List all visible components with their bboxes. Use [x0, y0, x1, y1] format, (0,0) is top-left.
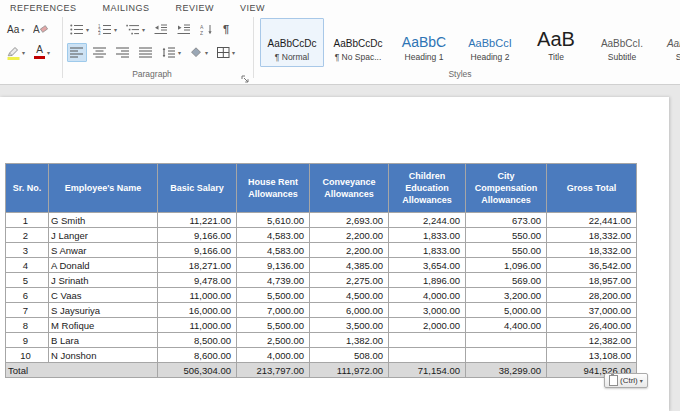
table-row[interactable]: 6C Vaas11,000.005,500.004,500.004,000.00…	[6, 288, 637, 303]
table-cell[interactable]: 18,957.00	[547, 273, 637, 288]
table-cell[interactable]: 5,500.00	[237, 288, 310, 303]
bullets-button[interactable]	[67, 20, 92, 39]
table-cell[interactable]: 8	[6, 318, 49, 333]
table-cell[interactable]: 1,382.00	[310, 333, 389, 348]
align-left-button[interactable]	[67, 43, 87, 62]
table-cell[interactable]: 4,000.00	[389, 288, 466, 303]
table-cell[interactable]: 11,000.00	[158, 288, 237, 303]
table-cell[interactable]: 5,500.00	[237, 318, 310, 333]
table-cell[interactable]: 6,000.00	[310, 303, 389, 318]
paste-options-button[interactable]: (Ctrl) ▾	[604, 373, 648, 388]
table-cell[interactable]: 569.00	[466, 273, 547, 288]
font-color-button[interactable]: A	[31, 43, 53, 62]
table-cell[interactable]: 22,441.00	[547, 213, 637, 228]
table-cell[interactable]	[466, 348, 547, 363]
table-cell[interactable]	[466, 333, 547, 348]
tab-mailings[interactable]: MAILINGS	[103, 3, 150, 13]
table-cell[interactable]: 2,244.00	[389, 213, 466, 228]
table-cell[interactable]: 673.00	[466, 213, 547, 228]
table-cell[interactable]: 3	[6, 243, 49, 258]
table-row[interactable]: 8M Rofique11,000.005,500.003,500.002,000…	[6, 318, 637, 333]
numbering-button[interactable]: 1 2 3	[95, 20, 120, 39]
table-cell[interactable]: C Vaas	[49, 288, 158, 303]
table-row[interactable]: 1G Smith11,221.005,610.002,693.002,244.0…	[6, 213, 637, 228]
tab-references[interactable]: REFERENCES	[10, 3, 77, 13]
table-cell[interactable]	[389, 348, 466, 363]
table-cell[interactable]: 2,693.00	[310, 213, 389, 228]
style-item-heading-2[interactable]: AaBbCcIHeading 2	[458, 18, 522, 67]
borders-button[interactable]	[214, 43, 238, 62]
table-row[interactable]: 5J Srinath9,478.004,739.002,275.001,896.…	[6, 273, 637, 288]
table-cell[interactable]: B Lara	[49, 333, 158, 348]
salary-table[interactable]: Sr. No.Employee's NameBasic SalaryHouse …	[5, 163, 637, 378]
table-cell[interactable]: 4,583.00	[237, 228, 310, 243]
table-cell[interactable]: S Jaysuriya	[49, 303, 158, 318]
table-cell[interactable]: 28,200.00	[547, 288, 637, 303]
table-cell[interactable]: 10	[6, 348, 49, 363]
table-row[interactable]: 4A Donald18,271.009,136.004,385.003,654.…	[6, 258, 637, 273]
align-right-button[interactable]	[113, 43, 133, 62]
style-item--no-spac-[interactable]: AaBbCcDc¶ No Spac...	[326, 18, 390, 67]
table-cell[interactable]: 4	[6, 258, 49, 273]
table-cell[interactable]: 9,166.00	[158, 228, 237, 243]
table-cell[interactable]: 18,271.00	[158, 258, 237, 273]
table-cell[interactable]: 2,000.00	[389, 318, 466, 333]
table-cell[interactable]	[389, 333, 466, 348]
style-item--normal[interactable]: AaBbCcDc¶ Normal	[260, 18, 324, 67]
table-cell[interactable]: S Anwar	[49, 243, 158, 258]
table-cell[interactable]: 4,400.00	[466, 318, 547, 333]
multilevel-list-button[interactable]	[123, 20, 148, 39]
table-cell[interactable]: 5,610.00	[237, 213, 310, 228]
table-cell[interactable]: 550.00	[466, 243, 547, 258]
style-item-subt-[interactable]: AaBbCcI.Subt...	[656, 18, 680, 67]
show-paragraph-marks-button[interactable]: ¶	[220, 20, 232, 39]
table-cell[interactable]: 8,500.00	[158, 333, 237, 348]
table-cell[interactable]: 8,600.00	[158, 348, 237, 363]
table-cell[interactable]: 2,275.00	[310, 273, 389, 288]
tab-view[interactable]: VIEW	[240, 3, 265, 13]
document-page[interactable]: Sr. No.Employee's NameBasic SalaryHouse …	[0, 97, 669, 411]
justify-button[interactable]	[136, 43, 156, 62]
table-cell[interactable]: 2	[6, 228, 49, 243]
text-highlight-button[interactable]	[4, 43, 28, 62]
table-cell[interactable]: 3,500.00	[310, 318, 389, 333]
style-item-subtitle[interactable]: AaBbCcI.Subtitle	[590, 18, 654, 67]
line-spacing-button[interactable]	[159, 43, 184, 62]
table-cell[interactable]: 5	[6, 273, 49, 288]
style-item-heading-1[interactable]: AaBbCHeading 1	[392, 18, 456, 67]
table-cell[interactable]: 4,739.00	[237, 273, 310, 288]
table-cell[interactable]: 1	[6, 213, 49, 228]
table-cell[interactable]: 1,896.00	[389, 273, 466, 288]
table-cell[interactable]: 3,200.00	[466, 288, 547, 303]
shading-button[interactable]	[187, 43, 211, 62]
table-cell[interactable]: 37,000.00	[547, 303, 637, 318]
table-cell[interactable]: 7,000.00	[237, 303, 310, 318]
table-cell[interactable]: 2,200.00	[310, 243, 389, 258]
table-cell[interactable]: 3,654.00	[389, 258, 466, 273]
increase-indent-button[interactable]	[174, 20, 194, 39]
table-cell[interactable]: 7	[6, 303, 49, 318]
table-row[interactable]: 3S Anwar9,166.004,583.002,200.001,833.00…	[6, 243, 637, 258]
table-cell[interactable]: 9,136.00	[237, 258, 310, 273]
clear-formatting-button[interactable]: A	[30, 20, 51, 39]
table-cell[interactable]: G Smith	[49, 213, 158, 228]
table-cell[interactable]: 4,000.00	[237, 348, 310, 363]
table-cell[interactable]: J Langer	[49, 228, 158, 243]
table-row[interactable]: 7S Jaysuriya16,000.007,000.006,000.003,0…	[6, 303, 637, 318]
align-center-button[interactable]	[90, 43, 110, 62]
table-cell[interactable]: M Rofique	[49, 318, 158, 333]
decrease-indent-button[interactable]	[151, 20, 171, 39]
table-total-row[interactable]: Total506,304.00213,797.00111,972.0071,15…	[6, 363, 637, 378]
table-cell[interactable]: J Srinath	[49, 273, 158, 288]
table-cell[interactable]: 1,096.00	[466, 258, 547, 273]
table-cell[interactable]: 508.00	[310, 348, 389, 363]
tab-review[interactable]: REVIEW	[176, 3, 215, 13]
paragraph-dialog-launcher[interactable]	[241, 70, 250, 79]
table-cell[interactable]: 6	[6, 288, 49, 303]
change-case-button[interactable]: Aa	[4, 20, 27, 39]
table-cell[interactable]: 4,385.00	[310, 258, 389, 273]
table-cell[interactable]: 4,583.00	[237, 243, 310, 258]
table-row[interactable]: 2J Langer9,166.004,583.002,200.001,833.0…	[6, 228, 637, 243]
table-cell[interactable]: 36,542.00	[547, 258, 637, 273]
table-row[interactable]: 10N Jonshon8,600.004,000.00508.0013,108.…	[6, 348, 637, 363]
